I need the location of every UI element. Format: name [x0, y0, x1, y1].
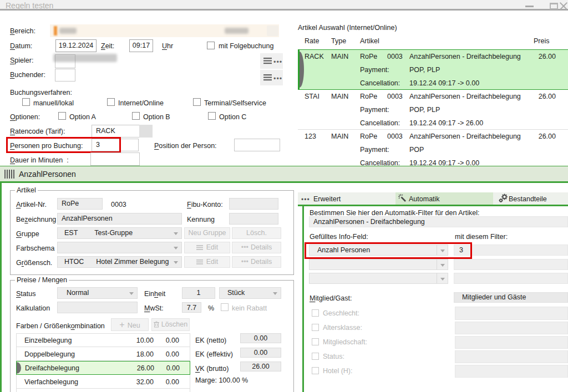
- kombination-label: Farben / Größenkombination: [16, 322, 105, 330]
- buchender-input[interactable]: [55, 69, 75, 82]
- mitglied-dropdown[interactable]: Mitglieder und Gäste: [454, 292, 568, 303]
- manuell-lokal-checkbox[interactable]: [22, 98, 30, 106]
- vk-brutto-input[interactable]: 26.00: [240, 362, 281, 371]
- list-row-doppel[interactable]: Doppelbelegung 18.00 0.00: [16, 347, 190, 361]
- cell-payment: POP, PLP: [409, 65, 440, 74]
- col-preis: Preis: [534, 37, 549, 45]
- dropdown-button[interactable]: [437, 259, 448, 269]
- groessensch-dropdown[interactable]: HTOCHotel Zimmer Belegung: [57, 256, 182, 268]
- row-name: Vierfachbelegung: [24, 378, 78, 386]
- einheit-dropdown-arrow: [273, 292, 277, 295]
- status-dropdown[interactable]: Normal: [57, 287, 138, 299]
- info-feld-dropdown-2[interactable]: [309, 259, 448, 270]
- spieler-menu-icon[interactable]: [263, 58, 272, 64]
- info-feld-dropdown-3[interactable]: [309, 273, 448, 284]
- cell-payment: POP: [409, 145, 424, 154]
- filter-input-3[interactable]: [454, 273, 568, 284]
- gears-icon: [499, 194, 508, 203]
- bezeichnung-input[interactable]: AnzahlPersonen: [57, 213, 182, 225]
- list-row-vierfach[interactable]: Vierfachbelegung 32.00 0.00: [16, 375, 190, 389]
- ratencode-label: Ratencode (Tarif):: [10, 127, 65, 136]
- farbschema-dropdown[interactable]: [57, 242, 182, 253]
- details-label: Details: [251, 243, 272, 251]
- altersklasse-input[interactable]: [455, 322, 568, 334]
- fibu-label: Fibu-Konto:: [187, 200, 223, 209]
- neu-gruppe-button[interactable]: Neu Gruppe: [184, 227, 230, 239]
- tab-automatik[interactable]: Automatik: [395, 192, 493, 205]
- geschlecht-input[interactable]: [455, 307, 568, 320]
- maximize-icon[interactable]: [550, 3, 558, 9]
- zeit-input[interactable]: 09:17: [129, 39, 153, 52]
- bezeichnung-label: Bezeichnung: [16, 215, 56, 224]
- fibu-input[interactable]: [229, 198, 278, 210]
- artikel-nr-label: Artikel-Nr.: [16, 200, 47, 209]
- tab-underline: [298, 205, 568, 206]
- status-checkbox[interactable]: [312, 353, 319, 360]
- altersklasse-checkbox[interactable]: [312, 324, 319, 331]
- groessensch-edit-button[interactable]: Edit: [184, 256, 230, 268]
- artikel-nr-input[interactable]: RoPe: [57, 198, 103, 210]
- internet-online-checkbox[interactable]: [107, 98, 115, 106]
- list-row-einzel[interactable]: Einzelbelegung 10.00 0.00: [16, 333, 190, 347]
- hotel-checkbox[interactable]: [312, 367, 319, 374]
- bereich-dropdown-button[interactable]: [267, 26, 278, 36]
- terminal-selfservice-label: Terminal/Selfservice: [204, 99, 266, 108]
- option-c-label: Option C: [219, 113, 246, 121]
- position-input[interactable]: [234, 139, 280, 151]
- kennung-input[interactable]: [229, 213, 278, 225]
- list-row-dreifach[interactable]: Dreifachbelegung 26.00 0.00: [16, 361, 190, 375]
- kein-rabatt-checkbox[interactable]: [221, 303, 229, 311]
- col-type: Type: [331, 37, 346, 45]
- mitgliedschaft-checkbox[interactable]: [312, 338, 319, 345]
- einheit-input[interactable]: 1: [182, 287, 215, 299]
- spieler-more-icon[interactable]: •••: [273, 59, 282, 65]
- kalkulation-input[interactable]: [57, 302, 138, 313]
- tab-bestandteile[interactable]: Bestandteile: [493, 192, 568, 205]
- status-dropdown-arrow: [129, 292, 134, 295]
- preise-legend: Preise / Mengen: [15, 276, 69, 284]
- loesch-button[interactable]: Lösch.: [232, 227, 281, 239]
- dropdown-button[interactable]: [437, 273, 448, 283]
- tab-panel-left-border: [302, 206, 304, 392]
- dauer-input[interactable]: [90, 152, 140, 166]
- option-c-checkbox[interactable]: [208, 112, 216, 120]
- cell-artikel: AnzahlPersonen - Dreifachbelegung: [409, 52, 521, 61]
- buchender-more-icon[interactable]: •••: [273, 76, 282, 82]
- cell-preis: 26.00: [511, 132, 556, 141]
- section-grip-icon[interactable]: [4, 170, 16, 179]
- artikel-nr-suffix: 0003: [111, 200, 126, 209]
- ratencode-picker-button[interactable]: [139, 125, 153, 138]
- mitgliedschaft-input[interactable]: [455, 336, 568, 349]
- cancellation-label: Cancellation:: [360, 119, 400, 128]
- info-feld-label: Gefülltes Info-Feld:: [310, 232, 368, 241]
- ek-effektiv-input[interactable]: 0.00: [240, 348, 281, 358]
- filter-col-label: mit diesem Filter:: [455, 232, 508, 241]
- filter-input-2[interactable]: [454, 259, 568, 270]
- gruppe-dropdown[interactable]: ESTTest-Gruppe: [57, 227, 182, 239]
- minimize-icon[interactable]: [525, 6, 534, 7]
- ek-netto-input[interactable]: 0.00: [240, 333, 281, 343]
- groessensch-details-button[interactable]: •••Details: [232, 256, 281, 268]
- row-name: Einzelbelegung: [24, 336, 72, 345]
- ratencode-input[interactable]: RACK: [92, 125, 140, 138]
- hotel-input[interactable]: [455, 365, 568, 378]
- loeschen-button[interactable]: Löschen: [151, 318, 190, 331]
- tab-erweitert[interactable]: ••• Erweitert: [298, 192, 395, 205]
- geschlecht-checkbox[interactable]: [312, 309, 319, 317]
- mwst-input[interactable]: 7.7: [182, 302, 201, 313]
- option-b-checkbox[interactable]: [132, 112, 140, 120]
- geschlecht-label: Geschlecht:: [323, 309, 359, 318]
- datum-input[interactable]: 19.12.2024: [55, 39, 97, 52]
- close-icon[interactable]: [560, 2, 567, 9]
- folgebuchung-checkbox[interactable]: [207, 42, 215, 49]
- neu-button[interactable]: +Neu: [111, 318, 149, 331]
- list-selection-thumb: [17, 362, 21, 374]
- automatik-filter-value[interactable]: AnzahlPersonen - Dreifachbelegung: [309, 216, 568, 227]
- farbschema-details-button[interactable]: •••Details: [232, 242, 281, 253]
- buchender-menu-icon[interactable]: [263, 74, 272, 81]
- status-filter-input[interactable]: [455, 350, 568, 363]
- farbschema-edit-button[interactable]: Edit: [184, 242, 230, 253]
- einheit-unit-dropdown[interactable]: Stück: [219, 287, 281, 299]
- terminal-selfservice-checkbox[interactable]: [193, 98, 201, 106]
- option-a-checkbox[interactable]: [58, 112, 66, 120]
